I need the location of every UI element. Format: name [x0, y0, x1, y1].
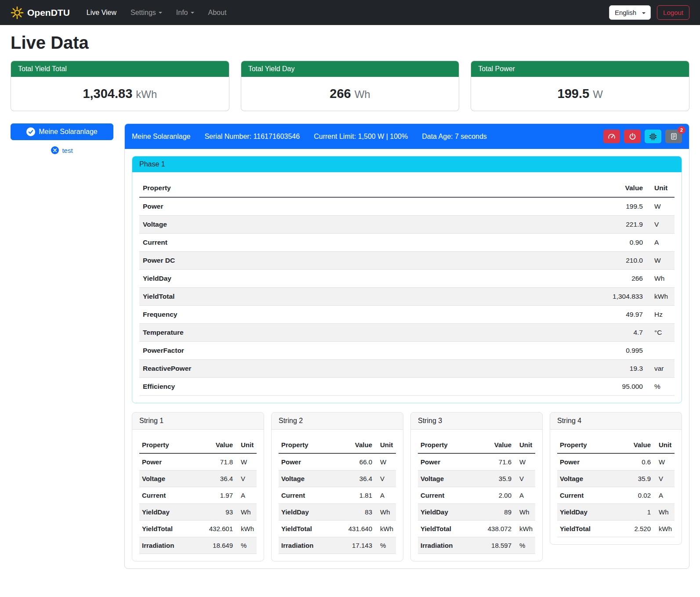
- nav-live-view[interactable]: Live View: [80, 5, 123, 20]
- inverter-limit: Current Limit: 1,500 W | 100%: [314, 133, 408, 141]
- unit-cell: %: [514, 537, 535, 554]
- limit-settings-button[interactable]: [603, 130, 620, 143]
- unit-cell: kWh: [236, 521, 257, 537]
- nav-settings[interactable]: Settings: [124, 5, 168, 20]
- unit-cell: Wh: [514, 504, 535, 521]
- page-container: Live Data Total Yield Total 1,304.83kWh …: [0, 33, 700, 581]
- property-cell: YieldTotal: [557, 521, 617, 537]
- inverter-name: Meine Solaranlage: [132, 133, 190, 141]
- inverter-panel-body: Phase 1 Property Value Unit: [125, 149, 689, 568]
- nav-info[interactable]: Info: [170, 5, 200, 20]
- value-cell: 36.4: [193, 470, 236, 487]
- table-row: Frequency 49.97 Hz: [139, 306, 675, 324]
- card-total-yield-day: Total Yield Day 266Wh: [241, 61, 460, 111]
- col-unit: Unit: [236, 437, 257, 453]
- value-cell: 1: [617, 504, 653, 521]
- inverter-list-item-test[interactable]: test: [11, 146, 113, 154]
- property-cell: Power: [139, 453, 193, 470]
- summary-cards: Total Yield Total 1,304.83kWh Total Yiel…: [11, 61, 689, 111]
- unit-cell: W: [646, 252, 675, 270]
- table-header-row: Property Value Unit: [139, 437, 257, 453]
- string-card-header: String 3: [411, 412, 542, 430]
- strings-row: String 1 Property Value Unit: [132, 412, 682, 561]
- property-cell: Voltage: [279, 470, 333, 487]
- string-card-1: String 1 Property Value Unit: [132, 412, 264, 561]
- table-row: YieldDay 1 Wh: [557, 504, 675, 521]
- total-power-unit: W: [593, 88, 603, 100]
- logout-button[interactable]: Logout: [657, 5, 689, 20]
- card-body: 266Wh: [241, 77, 459, 111]
- unit-cell: Wh: [375, 504, 396, 521]
- unit-cell: Wh: [653, 504, 675, 521]
- unit-cell: V: [514, 470, 535, 487]
- property-cell: YieldDay: [418, 504, 472, 521]
- device-info-button[interactable]: [645, 130, 661, 143]
- unit-cell: Wh: [646, 270, 675, 288]
- unit-cell: A: [375, 487, 396, 504]
- event-log-button[interactable]: 2: [665, 130, 682, 143]
- sun-icon: [11, 6, 24, 19]
- table-row: YieldTotal 432.601 kWh: [139, 521, 257, 537]
- property-cell: Power: [418, 453, 472, 470]
- property-cell: Efficiency: [139, 378, 442, 396]
- value-cell: 18.649: [193, 537, 236, 554]
- string-card-body: Property Value Unit Power: [411, 430, 542, 561]
- table-header-row: Property Value Unit: [279, 437, 396, 453]
- table-row: Efficiency 95.000 %: [139, 378, 675, 396]
- page-title: Live Data: [11, 33, 689, 53]
- value-cell: 18.597: [472, 537, 514, 554]
- cpu-chip-icon: [649, 133, 657, 141]
- property-cell: Irradiation: [139, 537, 193, 554]
- property-cell: Current: [418, 487, 472, 504]
- table-row: Current 0.02 A: [557, 487, 675, 504]
- table-row: Temperature 4.7 °C: [139, 324, 675, 342]
- value-cell: 266: [442, 270, 646, 288]
- language-select[interactable]: English: [609, 5, 651, 20]
- power-button[interactable]: [624, 130, 641, 143]
- col-property: Property: [139, 179, 442, 197]
- table-row: Current 0.90 A: [139, 234, 675, 252]
- property-cell: ReactivePower: [139, 360, 442, 378]
- col-unit: Unit: [375, 437, 396, 453]
- value-cell: 35.9: [617, 470, 653, 487]
- unit-cell: Wh: [236, 504, 257, 521]
- nav-links: Live View Settings Info About: [80, 5, 609, 20]
- value-cell: 431.640: [333, 521, 375, 537]
- property-cell: PowerFactor: [139, 342, 442, 360]
- table-row: Current 1.81 A: [279, 487, 396, 504]
- card-header: Total Yield Total: [11, 61, 229, 77]
- check-circle-icon: [26, 127, 35, 136]
- property-cell: Current: [139, 487, 193, 504]
- property-cell: Current: [279, 487, 333, 504]
- unit-cell: W: [646, 197, 675, 216]
- col-property: Property: [279, 437, 333, 453]
- inverter-serial: Serial Number: 116171603546: [204, 133, 300, 141]
- value-cell: 0.6: [617, 453, 653, 470]
- value-cell: 0.995: [442, 342, 646, 360]
- string-table: Property Value Unit Power: [139, 437, 257, 554]
- unit-cell: %: [236, 537, 257, 554]
- unit-cell: [646, 342, 675, 360]
- value-cell: 89: [472, 504, 514, 521]
- col-value: Value: [617, 437, 653, 453]
- nav-about[interactable]: About: [202, 5, 233, 20]
- unit-cell: V: [236, 470, 257, 487]
- table-header-row: Property Value Unit: [418, 437, 535, 453]
- value-cell: 66.0: [333, 453, 375, 470]
- table-row: Current 1.97 A: [139, 487, 257, 504]
- table-row: YieldTotal 438.072 kWh: [418, 521, 535, 537]
- value-cell: 2.520: [617, 521, 653, 537]
- table-row: YieldDay 93 Wh: [139, 504, 257, 521]
- string-card-body: Property Value Unit Power: [550, 430, 682, 544]
- total-yield-day-value: 266: [330, 87, 351, 101]
- inverter-select-button[interactable]: Meine Solaranlage: [11, 123, 113, 140]
- unit-cell: kWh: [375, 521, 396, 537]
- col-unit: Unit: [514, 437, 535, 453]
- brand: OpenDTU: [11, 6, 70, 19]
- inverter-select-label: Meine Solaranlage: [39, 128, 97, 136]
- value-cell: 1,304.833: [442, 288, 646, 306]
- property-cell: Power DC: [139, 252, 442, 270]
- unit-cell: W: [653, 453, 675, 470]
- phase-table-body: Power 199.5 W Voltage 221.9 V: [139, 197, 675, 396]
- speedometer-icon: [608, 133, 616, 141]
